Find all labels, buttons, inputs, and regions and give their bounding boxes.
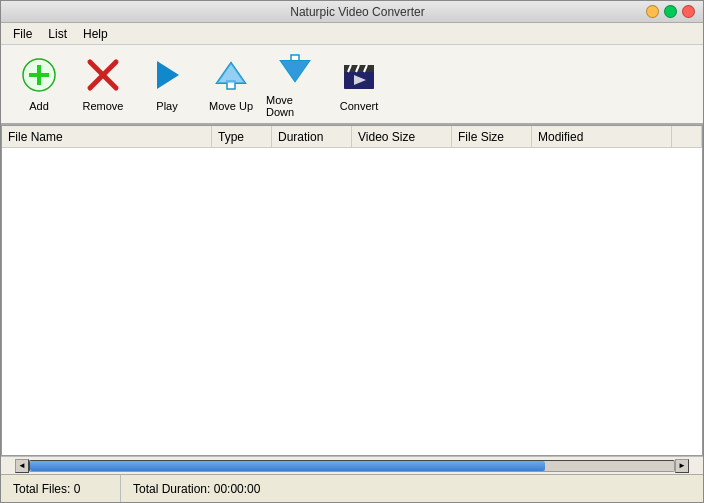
minimize-button[interactable]	[646, 5, 659, 18]
menu-bar: File List Help	[1, 23, 703, 45]
move-up-label: Move Up	[209, 100, 253, 112]
add-icon	[21, 57, 57, 96]
svg-marker-5	[157, 61, 179, 89]
scroll-right-button[interactable]: ►	[675, 459, 689, 473]
convert-icon	[341, 57, 377, 96]
table-body[interactable]	[2, 148, 702, 455]
menu-help[interactable]: Help	[75, 25, 116, 43]
table-header: File Name Type Duration Video Size File …	[2, 126, 702, 148]
col-header-type: Type	[212, 126, 272, 147]
play-button[interactable]: Play	[137, 49, 197, 119]
col-header-filesize: File Size	[452, 126, 532, 147]
scrollbar-track[interactable]	[29, 460, 675, 472]
svg-rect-2	[29, 73, 49, 77]
maximize-button[interactable]	[664, 5, 677, 18]
status-bar: Total Files: 0 Total Duration: 00:00:00	[1, 474, 703, 502]
add-button[interactable]: Add	[9, 49, 69, 119]
play-label: Play	[156, 100, 177, 112]
close-button[interactable]	[682, 5, 695, 18]
file-table: File Name Type Duration Video Size File …	[1, 125, 703, 456]
svg-marker-12	[281, 61, 309, 81]
total-duration-section: Total Duration: 00:00:00	[121, 482, 272, 496]
play-icon	[149, 57, 185, 96]
col-header-videosize: Video Size	[352, 126, 452, 147]
main-window: Naturpic Video Converter File List Help …	[0, 0, 704, 503]
add-label: Add	[29, 100, 49, 112]
remove-label: Remove	[83, 100, 124, 112]
menu-file[interactable]: File	[5, 25, 40, 43]
move-up-button[interactable]: Move Up	[201, 49, 261, 119]
total-files-section: Total Files: 0	[1, 475, 121, 502]
title-bar: Naturpic Video Converter	[1, 1, 703, 23]
remove-icon	[85, 57, 121, 96]
move-up-icon	[213, 57, 249, 96]
total-files-label: Total Files:	[13, 482, 70, 496]
move-down-icon	[277, 51, 313, 90]
convert-label: Convert	[340, 100, 379, 112]
col-header-duration: Duration	[272, 126, 352, 147]
col-header-extra	[672, 126, 702, 147]
svg-marker-8	[217, 63, 245, 83]
move-down-button[interactable]: Move Down	[265, 49, 325, 119]
scrollbar-thumb[interactable]	[30, 461, 545, 471]
col-header-filename: File Name	[2, 126, 212, 147]
window-title: Naturpic Video Converter	[69, 5, 646, 19]
col-header-modified: Modified	[532, 126, 672, 147]
convert-button[interactable]: Convert	[329, 49, 389, 119]
scroll-left-button[interactable]: ◄	[15, 459, 29, 473]
menu-list[interactable]: List	[40, 25, 75, 43]
toolbar: Add Remove Play	[1, 45, 703, 125]
total-duration-label: Total Duration:	[133, 482, 210, 496]
total-files-value: 0	[74, 482, 81, 496]
horizontal-scrollbar: ◄ ►	[1, 456, 703, 474]
total-duration-value: 00:00:00	[214, 482, 261, 496]
remove-button[interactable]: Remove	[73, 49, 133, 119]
move-down-label: Move Down	[266, 94, 324, 118]
window-controls	[646, 5, 695, 18]
